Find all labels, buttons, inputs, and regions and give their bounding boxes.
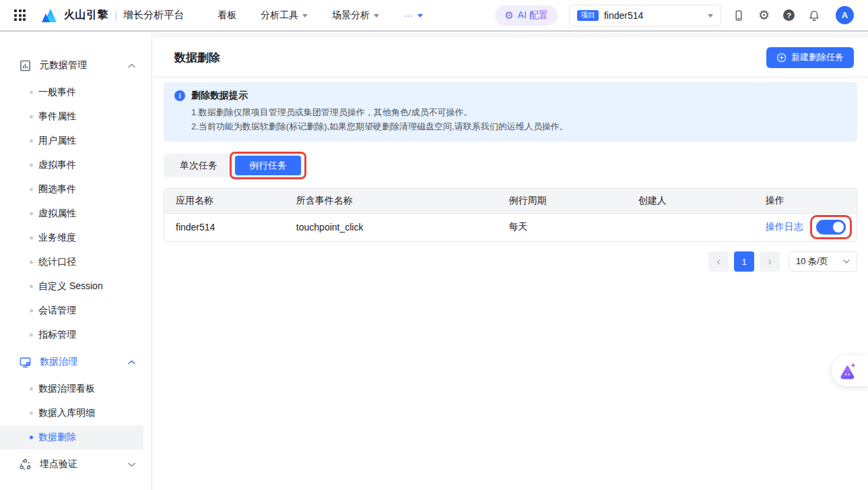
sidebar-item-custom-session[interactable]: 自定义 Session bbox=[0, 274, 152, 299]
sidebar-item-governance-board[interactable]: 数据治理看板 bbox=[0, 377, 152, 401]
tab-routine-label: 例行任务 bbox=[249, 160, 287, 171]
project-name: finder514 bbox=[604, 10, 643, 21]
sidebar-section-tracking-verify[interactable]: 埋点验证 bbox=[0, 450, 152, 479]
chevron-down-icon bbox=[418, 14, 423, 18]
sidebar-item-label: 虚拟属性 bbox=[38, 208, 76, 220]
col-event-name: 所含事件名称 bbox=[285, 189, 498, 213]
user-avatar[interactable]: A bbox=[836, 6, 854, 24]
cell-creator bbox=[627, 213, 754, 241]
page-header: 数据删除 新建删除任务 bbox=[153, 38, 868, 78]
sidebar-item-event-props[interactable]: 事件属性 bbox=[0, 104, 152, 129]
governance-icon bbox=[19, 356, 32, 369]
brand-name: 火山引擎 bbox=[64, 8, 108, 22]
cell-actions: 操作日志 bbox=[766, 220, 851, 235]
menu-item-label: 场景分析 bbox=[332, 9, 370, 22]
help-icon[interactable]: ? bbox=[783, 9, 795, 21]
page-size-select[interactable]: 10 条/页 bbox=[789, 251, 857, 272]
sidebar-item-stat-caliber[interactable]: 统计口径 bbox=[0, 250, 152, 274]
sidebar-item-user-props[interactable]: 用户属性 bbox=[0, 129, 152, 153]
banner-lines: 1.数据删除仅限项目管理员或集团管理员操作，其他角色/成员不可操作。 2.当前功… bbox=[191, 105, 568, 133]
navbar-right: ⚙ AI 配置 项目 finder514 ⚙ ? A bbox=[495, 5, 854, 26]
info-icon: i bbox=[174, 90, 185, 101]
product-name: 增长分析平台 bbox=[123, 9, 184, 22]
menu-item-label: 看板 bbox=[218, 9, 236, 22]
toggle-outer bbox=[816, 220, 846, 235]
ai-config-label: AI 配置 bbox=[518, 9, 548, 22]
ai-config-button[interactable]: ⚙ AI 配置 bbox=[495, 5, 558, 26]
pagination: ‹ 1 › 10 条/页 bbox=[164, 251, 857, 272]
content-top-strip bbox=[153, 33, 868, 38]
sidebar-item-metric-mgmt[interactable]: 指标管理 bbox=[0, 323, 152, 347]
sidebar-item-general-events[interactable]: 一般事件 bbox=[0, 80, 152, 104]
sidebar-item-circled-events[interactable]: 圈选事件 bbox=[0, 177, 152, 202]
menu-item-scenario-analysis[interactable]: 场景分析 bbox=[332, 9, 379, 22]
tracking-icon bbox=[19, 458, 32, 471]
sidebar-item-label: 统计口径 bbox=[38, 256, 76, 268]
sidebar-item-session-mgmt[interactable]: 会话管理 bbox=[0, 299, 152, 323]
cell-app-name: finder514 bbox=[164, 213, 285, 241]
chevron-down-icon bbox=[374, 14, 379, 18]
page-1-button[interactable]: 1 bbox=[734, 251, 754, 272]
tab-routine-task[interactable]: 例行任务 bbox=[235, 156, 301, 175]
sidebar-item-ingestion-detail[interactable]: 数据入库明细 bbox=[0, 401, 152, 425]
app-grid-icon[interactable] bbox=[14, 9, 26, 21]
phone-icon[interactable] bbox=[733, 9, 745, 22]
table-header-row: 应用名称 所含事件名称 例行周期 创建人 操作 bbox=[164, 189, 857, 213]
menu-item-analysis-tools[interactable]: 分析工具 bbox=[261, 9, 308, 22]
gear-icon[interactable]: ⚙ bbox=[758, 9, 770, 22]
col-actions: 操作 bbox=[754, 189, 857, 213]
chevron-up-icon bbox=[128, 360, 135, 365]
prev-page-button[interactable]: ‹ bbox=[708, 251, 729, 272]
menu-item-more[interactable]: ⋯ bbox=[403, 10, 423, 21]
cell-event-name: touchpoint_click bbox=[285, 213, 498, 241]
more-dots-icon: ⋯ bbox=[403, 10, 413, 21]
sidebar-item-label: 数据入库明细 bbox=[38, 407, 95, 419]
chevron-down-icon bbox=[302, 14, 308, 18]
sidebar-item-virtual-props[interactable]: 虚拟属性 bbox=[0, 202, 152, 226]
sidebar-item-label: 业务维度 bbox=[38, 232, 76, 244]
banner-body: 删除数据提示 1.数据删除仅限项目管理员或集团管理员操作，其他角色/成员不可操作… bbox=[191, 90, 568, 133]
meta-doc-icon bbox=[19, 59, 32, 72]
sidebar-item-label: 指标管理 bbox=[38, 329, 76, 341]
chevron-down-icon bbox=[843, 259, 850, 264]
sidebar-item-label: 事件属性 bbox=[38, 111, 76, 123]
sidebar-item-label: 圈选事件 bbox=[38, 183, 76, 195]
task-enabled-toggle[interactable] bbox=[816, 220, 846, 235]
sidebar-section-governance[interactable]: 数据治理 bbox=[0, 347, 152, 377]
banner-title: 删除数据提示 bbox=[191, 90, 568, 101]
sidebar-item-label: 会话管理 bbox=[38, 305, 76, 317]
col-app-name: 应用名称 bbox=[164, 189, 285, 213]
new-delete-task-button[interactable]: 新建删除任务 bbox=[766, 47, 854, 68]
next-page-button[interactable]: › bbox=[760, 251, 780, 272]
bell-icon[interactable] bbox=[808, 9, 820, 22]
sidebar-item-business-dims[interactable]: 业务维度 bbox=[0, 226, 152, 250]
sidebar-section-metadata[interactable]: 元数据管理 bbox=[0, 51, 152, 80]
ai-gear-icon: ⚙ bbox=[504, 10, 513, 20]
main-content: 数据删除 新建删除任务 i 删除数据提示 1.数据删除仅限项目管理员或集团管理员… bbox=[153, 33, 868, 490]
logo-icon[interactable] bbox=[40, 7, 58, 24]
sidebar-section-label: 埋点验证 bbox=[40, 458, 128, 470]
routine-task-table: 应用名称 所含事件名称 例行周期 创建人 操作 finder514 touchp… bbox=[164, 188, 857, 242]
page-size-value: 10 条/页 bbox=[796, 255, 828, 268]
col-routine-cycle: 例行周期 bbox=[497, 189, 626, 213]
page-title: 数据删除 bbox=[174, 50, 220, 65]
sidebar-item-label: 一般事件 bbox=[38, 86, 76, 98]
sidebar-item-label: 虚拟事件 bbox=[38, 159, 76, 171]
sidebar-item-virtual-events[interactable]: 虚拟事件 bbox=[0, 153, 152, 177]
sidebar-item-data-deletion[interactable]: 数据删除 bbox=[0, 425, 143, 450]
task-tab-group: 单次任务 例行任务 bbox=[164, 154, 303, 177]
chevron-down-icon bbox=[708, 14, 713, 18]
table-row: finder514 touchpoint_click 每天 操作日志 bbox=[164, 213, 857, 241]
tab-single-task[interactable]: 单次任务 bbox=[166, 156, 232, 175]
ai-assistant-button[interactable] bbox=[832, 355, 868, 386]
sidebar-item-label: 数据删除 bbox=[38, 431, 76, 443]
sidebar-item-label: 用户属性 bbox=[38, 135, 76, 147]
col-creator: 创建人 bbox=[627, 189, 754, 213]
main-menu: 看板 分析工具 场景分析 ⋯ bbox=[218, 9, 423, 22]
action-log-link[interactable]: 操作日志 bbox=[766, 221, 803, 233]
plus-icon bbox=[776, 53, 787, 63]
menu-item-label: 分析工具 bbox=[261, 9, 298, 22]
sidebar-item-label: 数据治理看板 bbox=[38, 383, 95, 395]
project-selector[interactable]: 项目 finder514 bbox=[569, 5, 721, 26]
menu-item-dashboard[interactable]: 看板 bbox=[218, 9, 236, 22]
